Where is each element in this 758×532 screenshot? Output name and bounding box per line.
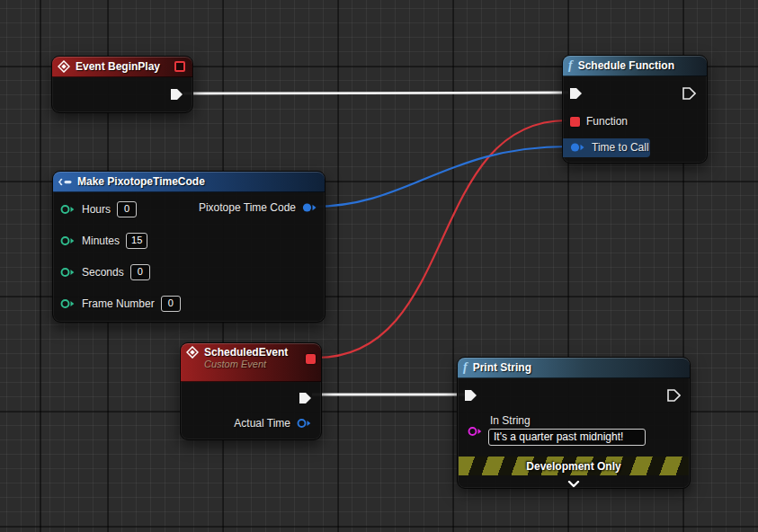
exec-out-pin[interactable] [170,85,183,103]
pin-label: Seconds [82,266,124,279]
node-title: ScheduledEvent [204,346,288,359]
exec-wire-beginplay-to-schedule[interactable] [183,93,568,93]
hours-value-field[interactable]: 0 [117,201,137,217]
node-subtitle: Custom Event [204,359,266,369]
exec-pin-icon [682,87,696,100]
node-scheduledevent[interactable]: ScheduledEvent Custom Event Actual Time [180,342,322,440]
exec-out-pin[interactable] [667,386,681,404]
int-pin-icon [60,267,76,278]
node-header[interactable]: Event BeginPlay [52,57,192,77]
seconds-value-field[interactable]: 0 [130,264,150,280]
delegate-wire-scheduledevent-to-function[interactable] [317,120,566,358]
exec-pin-icon [464,389,477,402]
exec-in-pin[interactable] [569,84,583,102]
node-title: Event BeginPlay [76,60,160,73]
function-input-pin[interactable]: Function [570,112,628,130]
pin-label: In String [490,414,531,427]
pin-label: Frame Number [82,297,155,310]
make-struct-icon [58,176,72,188]
function-icon: f [568,59,573,72]
node-header[interactable]: f Schedule Function [563,56,707,76]
function-icon: f [463,361,468,374]
struct-pin-icon [302,202,317,213]
node-title: Schedule Function [578,59,674,72]
exec-pin-icon [569,87,583,100]
exec-pin-icon [299,392,312,404]
development-only-banner: Development Only [459,457,689,475]
pin-label: Function [586,115,628,128]
struct-pin-icon [297,418,312,429]
event-diamond-icon [186,346,199,359]
string-pin-icon[interactable] [468,426,483,437]
pin-label: Time to Call [592,141,649,154]
frame-number-value-field[interactable]: 0 [161,296,181,312]
event-diamond-icon [58,60,70,73]
delegate-pin-unconnected[interactable] [174,61,185,72]
node-event-beginplay[interactable]: Event BeginPlay [51,56,193,113]
in-string-value-field[interactable]: It's a quarter past midnight! [488,429,646,446]
int-pin-icon [60,235,76,246]
node-make-pixotopetimecode[interactable]: Make PixotopeTimeCode Hours 0 Minutes 15… [52,171,325,323]
pixotope-time-code-output-pin[interactable]: Pixotope Time Code [199,199,317,217]
minutes-value-field[interactable]: 15 [126,233,147,249]
node-schedule-function[interactable]: f Schedule Function Function Time to Cal… [562,55,708,164]
exec-pin-icon [667,389,681,402]
node-print-string[interactable]: f Print String In String It's a quarter … [457,357,691,489]
exec-out-pin[interactable] [682,84,696,102]
time-to-call-input-pin[interactable]: Time to Call [570,138,649,156]
actual-time-output-pin[interactable]: Actual Time [234,414,312,432]
hours-input-pin[interactable]: Hours 0 [60,200,137,218]
node-header[interactable]: f Print String [458,358,690,378]
banner-label: Development Only [526,460,620,473]
minutes-input-pin[interactable]: Minutes 15 [60,232,147,250]
pin-label: Actual Time [234,417,290,430]
exec-in-pin[interactable] [464,386,477,404]
frame-number-input-pin[interactable]: Frame Number 0 [60,295,181,313]
node-header[interactable]: ScheduledEvent Custom Event [181,343,321,382]
pin-label: Minutes [82,235,120,247]
seconds-input-pin[interactable]: Seconds 0 [60,263,150,281]
blueprint-canvas[interactable]: Event BeginPlay f Schedule Function [0,0,758,532]
exec-out-pin[interactable] [299,389,312,407]
delegate-pin-icon [570,117,580,127]
int-pin-icon [60,204,76,215]
struct-pin-icon [570,142,585,153]
pin-label: Hours [82,203,111,216]
struct-wire-timecode-to-timetocall[interactable] [313,146,568,207]
int-pin-icon [60,298,76,309]
collapse-chevron-icon[interactable] [567,475,580,492]
exec-pin-icon [170,88,183,101]
delegate-out-pin[interactable] [306,354,316,364]
node-header[interactable]: Make PixotopeTimeCode [53,172,325,192]
node-title: Make PixotopeTimeCode [77,175,205,188]
node-title: Print String [473,361,531,374]
pin-label: Pixotope Time Code [199,201,296,214]
